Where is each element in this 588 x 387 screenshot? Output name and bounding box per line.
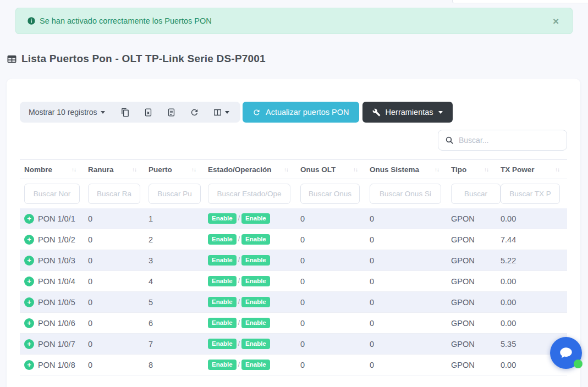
ranura-cell: 0: [84, 214, 144, 223]
table-row: + PON 1/0/7 0 7 Enable/Enable 0 0 GPON 5…: [20, 334, 567, 355]
filter-estado-input[interactable]: [208, 184, 290, 204]
online-status-dot: [574, 360, 582, 368]
expand-row-icon[interactable]: +: [24, 235, 34, 245]
export-excel-button[interactable]: [141, 106, 155, 119]
sort-icon[interactable]: ↑↓: [132, 167, 136, 173]
port-name: PON 1/0/4: [38, 277, 75, 286]
tools-dropdown-button[interactable]: Herramientas: [362, 102, 453, 123]
port-name: PON 1/0/5: [38, 298, 75, 307]
onus-sistema-cell: 0: [365, 235, 447, 244]
reload-table-button[interactable]: [188, 106, 201, 119]
operacion-badge: Enable: [241, 255, 270, 266]
tx-power-cell: 7.44: [496, 235, 567, 244]
show-entries-dropdown[interactable]: Mostrar 10 registros: [29, 108, 105, 117]
column-header-estado-operacion[interactable]: Estado/Operación↑↓: [204, 165, 296, 174]
filter-onus-olt-input[interactable]: [300, 184, 360, 204]
expand-row-icon[interactable]: +: [24, 360, 34, 370]
column-header-tipo[interactable]: Tipo↑↓: [447, 165, 496, 174]
tipo-cell: GPON: [447, 256, 496, 265]
ranura-cell: 0: [84, 361, 144, 369]
filter-ranura-input[interactable]: [88, 184, 140, 204]
ranura-cell: 0: [84, 277, 144, 286]
ranura-cell: 0: [84, 235, 144, 244]
operacion-badge: Enable: [241, 213, 270, 224]
table-body: + PON 1/0/1 0 1 Enable/Enable 0 0 GPON 0…: [20, 208, 567, 375]
badge-separator: /: [238, 340, 240, 347]
tipo-cell: GPON: [447, 298, 496, 307]
sort-icon[interactable]: ↑↓: [191, 167, 196, 173]
puerto-cell: 6: [144, 319, 204, 328]
sort-icon[interactable]: ↑↓: [284, 167, 288, 173]
column-header-tx-power[interactable]: TX Power↑↓: [496, 165, 567, 174]
filter-puerto-input[interactable]: [149, 184, 201, 204]
sort-icon[interactable]: ↑↓: [435, 167, 439, 173]
port-name: PON 1/0/7: [38, 340, 75, 349]
page-title-text: Lista Puertos Pon - OLT TP-Link Serie DS…: [21, 53, 266, 65]
expand-row-icon[interactable]: +: [24, 297, 34, 307]
tipo-cell: GPON: [447, 361, 496, 369]
column-header-nombre[interactable]: Nombre↑↓: [20, 165, 84, 174]
onus-sistema-cell: 0: [365, 256, 447, 265]
onus-olt-cell: 0: [296, 340, 365, 349]
badge-separator: /: [238, 361, 240, 368]
sort-icon[interactable]: ↑↓: [484, 167, 488, 173]
table-icon: [7, 54, 17, 64]
column-visibility-button[interactable]: [211, 106, 232, 119]
estado-operacion-cell: Enable/Enable: [204, 339, 296, 349]
update-pon-ports-button[interactable]: Actualizar puertos PON: [243, 102, 359, 123]
onus-sistema-cell: 0: [365, 340, 447, 349]
filter-tipo-input[interactable]: [451, 184, 501, 204]
table-row: + PON 1/0/3 0 3 Enable/Enable 0 0 GPON 5…: [20, 250, 567, 271]
search-row: [20, 130, 567, 151]
sort-icon[interactable]: ↑↓: [555, 167, 559, 173]
datatable-controls: Mostrar 10 registros: [20, 102, 240, 123]
table-header-row: Nombre↑↓ Ranura↑↓ Puerto↑↓ Estado/Operac…: [20, 159, 567, 179]
expand-row-icon[interactable]: +: [24, 256, 34, 266]
column-header-ranura[interactable]: Ranura↑↓: [84, 165, 144, 174]
port-name: PON 1/0/2: [38, 235, 75, 244]
sort-icon[interactable]: ↑↓: [72, 167, 76, 173]
update-button-label: Actualizar puertos PON: [266, 108, 349, 117]
onus-olt-cell: 0: [296, 214, 365, 223]
expand-row-icon[interactable]: +: [24, 214, 34, 224]
tx-power-cell: 0.00: [496, 319, 567, 328]
expand-row-icon[interactable]: +: [24, 318, 34, 328]
tx-power-cell: 0.00: [496, 298, 567, 307]
file-text-icon: [167, 108, 176, 117]
estado-operacion-cell: Enable/Enable: [204, 213, 296, 224]
column-header-puerto[interactable]: Puerto↑↓: [144, 165, 204, 174]
badge-separator: /: [238, 277, 240, 285]
expand-row-icon[interactable]: +: [24, 339, 34, 349]
filter-nombre-input[interactable]: [24, 184, 80, 204]
onus-sistema-cell: 0: [365, 277, 447, 286]
estado-operacion-cell: Enable/Enable: [204, 234, 296, 245]
operacion-badge: Enable: [241, 234, 270, 245]
search-input[interactable]: [459, 136, 560, 145]
refresh-icon: [252, 108, 261, 117]
excel-file-icon: [144, 108, 153, 117]
sort-icon[interactable]: ↑↓: [353, 167, 358, 173]
estado-badge: Enable: [208, 276, 237, 286]
alert-close-button[interactable]: ×: [551, 15, 561, 27]
operacion-badge: Enable: [241, 276, 270, 286]
badge-separator: /: [238, 298, 240, 306]
show-entries-label: Mostrar 10 registros: [29, 108, 97, 117]
estado-operacion-cell: Enable/Enable: [204, 276, 296, 286]
estado-operacion-cell: Enable/Enable: [204, 360, 296, 370]
filter-onus-sistema-input[interactable]: [370, 184, 441, 204]
copy-button[interactable]: [118, 106, 132, 119]
column-header-onus-sistema[interactable]: Onus Sistema↑↓: [365, 165, 447, 174]
expand-row-icon[interactable]: +: [24, 277, 34, 286]
tx-power-cell: 0.00: [496, 277, 567, 286]
ranura-cell: 0: [84, 256, 144, 265]
refresh-icon: [190, 108, 199, 117]
onus-sistema-cell: 0: [365, 298, 447, 307]
chevron-down-icon: [101, 111, 105, 114]
port-name: PON 1/0/8: [38, 361, 75, 369]
chat-widget-button[interactable]: [550, 337, 582, 369]
onus-sistema-cell: 0: [365, 214, 447, 223]
filter-tx-power-input[interactable]: [501, 184, 560, 204]
export-file-button[interactable]: [164, 106, 178, 119]
column-header-onus-olt[interactable]: Onus OLT↑↓: [296, 165, 365, 174]
wrench-icon: [372, 108, 381, 117]
